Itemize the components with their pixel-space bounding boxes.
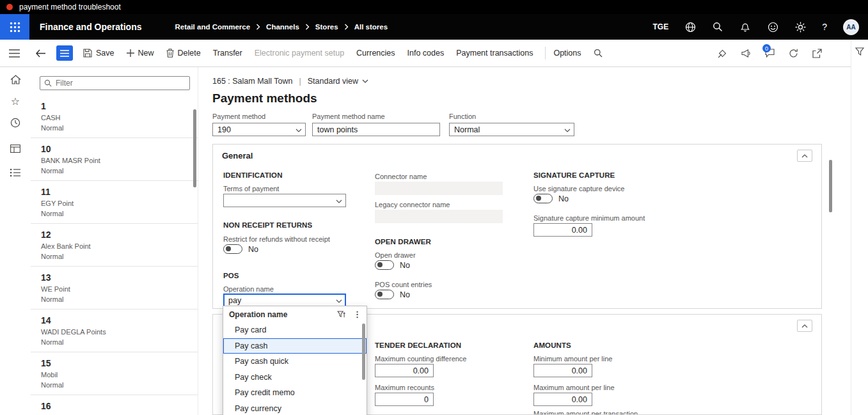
modules-list-icon[interactable] (8, 166, 22, 180)
nav-menu-icon[interactable] (9, 49, 20, 58)
search-icon[interactable] (712, 21, 723, 33)
feedback-smiley-icon[interactable] (767, 21, 778, 33)
open-in-new-window-icon[interactable] (812, 49, 822, 58)
personalize-icon[interactable] (718, 49, 727, 58)
max-recounts-label: Maximum recounts (375, 384, 434, 392)
restrict-refunds-toggle[interactable]: No (223, 244, 258, 254)
general-section: General IDENTIFICATION Terms of payment … (212, 144, 822, 309)
settings-gear-icon[interactable] (794, 21, 806, 33)
command-search-icon[interactable] (594, 49, 603, 58)
max-recounts-input[interactable]: 0 (375, 393, 434, 406)
function-combo[interactable]: Normal (449, 123, 574, 136)
favorites-star-icon[interactable]: ☆ (8, 94, 22, 108)
list-item[interactable]: 13 WE Point Normal (31, 267, 198, 309)
dropdown-option[interactable]: Pay card (223, 322, 367, 338)
save-button[interactable]: Save (83, 49, 114, 58)
filter-sort-icon[interactable] (337, 311, 345, 318)
list-item[interactable]: 16 (31, 395, 198, 415)
app-title[interactable]: Finance and Operations (40, 22, 141, 32)
app-launcher-button[interactable] (0, 14, 29, 40)
chevron-right-icon (305, 24, 310, 30)
filter-pane-icon[interactable] (855, 47, 864, 56)
list-scrollbar[interactable] (193, 109, 196, 187)
terms-of-payment-combo[interactable] (223, 194, 346, 207)
bell-icon[interactable] (739, 21, 751, 33)
record-id: 11 (41, 187, 187, 197)
currencies-button[interactable]: Currencies (356, 49, 395, 58)
list-item[interactable]: 12 Alex Bank Point Normal (31, 224, 198, 267)
list-item[interactable]: 14 WADI DEGLA Points Normal (31, 309, 198, 352)
dropdown-option[interactable]: Pay currency (223, 401, 367, 415)
home-icon[interactable] (8, 72, 22, 86)
signature-min-input[interactable]: 0.00 (533, 223, 592, 237)
payment-transactions-button[interactable]: Payment transactions (456, 49, 533, 58)
back-button[interactable] (35, 49, 46, 58)
general-section-title[interactable]: General (222, 151, 253, 161)
filter-input[interactable] (56, 79, 185, 88)
announcements-icon[interactable] (741, 49, 751, 58)
dropdown-scrollbar[interactable] (362, 324, 365, 380)
recent-clock-icon[interactable] (8, 116, 22, 130)
payment-method-combo[interactable]: 190 (212, 123, 306, 136)
dropdown-option-selected[interactable]: Pay cash (223, 338, 367, 354)
list-item[interactable]: 15 Mobil Normal (31, 352, 198, 395)
max-per-line-label: Maximum amount per line (533, 384, 615, 392)
breadcrumb-channels[interactable]: Channels (266, 23, 299, 31)
payment-method-name-input[interactable]: town points (312, 123, 440, 136)
pos-count-state: No (400, 290, 410, 299)
dropdown-option[interactable]: Pay credit memo (223, 385, 367, 401)
dropdown-option[interactable]: Pay cash quick (223, 354, 367, 370)
toggle-track (375, 260, 394, 270)
second-section-collapse-button[interactable] (797, 320, 812, 332)
payment-transactions-label: Payment transactions (456, 49, 533, 58)
record-id: 16 (41, 401, 187, 411)
filter-search-icon (44, 79, 52, 87)
globe-icon[interactable] (684, 21, 696, 33)
record-type: Normal (41, 253, 187, 261)
max-counting-input[interactable]: 0.00 (375, 364, 434, 377)
list-item[interactable]: 1 CASH Normal (31, 95, 198, 138)
window-title: payment method troubleshoot (19, 3, 121, 12)
dropdown-more-icon[interactable]: ⋮ (353, 309, 361, 319)
list-item[interactable]: 10 BANK MASR Point Normal (31, 138, 198, 181)
toggle-list-pane-button[interactable] (56, 45, 73, 61)
dropdown-option[interactable]: Pay check (223, 370, 367, 386)
view-selector[interactable]: Standard view (308, 77, 368, 86)
transfer-button[interactable]: Transfer (213, 49, 242, 58)
delete-button[interactable]: Delete (166, 49, 201, 58)
legacy-connector-input (375, 210, 503, 223)
breadcrumb-retail-and-commerce[interactable]: Retail and Commerce (175, 23, 250, 31)
signature-capture-heading: SIGNATURE CAPTURE (533, 171, 615, 179)
terms-of-payment-label: Terms of payment (223, 185, 279, 193)
avatar[interactable]: AA (843, 19, 859, 35)
workspaces-icon[interactable] (8, 141, 22, 155)
chevron-down-icon (336, 299, 342, 303)
environment-label[interactable]: TGE (653, 22, 669, 31)
breadcrumb-all-stores[interactable]: All stores (354, 23, 388, 31)
list-filter[interactable] (40, 76, 190, 90)
help-button[interactable]: ? (822, 22, 827, 32)
toggle-track (375, 290, 394, 299)
non-receipt-heading: NON RECEIPT RETURNS (223, 221, 312, 229)
signature-device-toggle[interactable]: No (533, 194, 569, 203)
save-label: Save (96, 49, 114, 58)
operation-name-combo[interactable]: pay (223, 294, 346, 307)
refresh-icon[interactable] (789, 49, 798, 58)
open-drawer-toggle[interactable]: No (375, 260, 410, 270)
list-item[interactable]: 11 EGY Point Normal (31, 181, 198, 224)
breadcrumb-stores[interactable]: Stores (315, 23, 338, 31)
record-name: WE Point (41, 285, 187, 294)
chevron-down-icon (296, 129, 302, 132)
min-per-line-input[interactable]: 0.00 (533, 364, 592, 377)
max-per-line-input[interactable]: 0.00 (533, 393, 592, 406)
save-icon (83, 49, 92, 58)
general-collapse-button[interactable] (797, 150, 812, 162)
options-button[interactable]: Options (553, 49, 581, 58)
max-per-transaction-label: Maximum amount per transaction (533, 410, 638, 415)
main-scrollbar[interactable] (829, 160, 832, 212)
info-codes-button[interactable]: Info codes (407, 49, 445, 58)
chat-icon[interactable]: 0 (765, 49, 775, 58)
recording-indicator-icon (6, 4, 13, 10)
new-button[interactable]: New (127, 49, 154, 58)
pos-count-toggle[interactable]: No (375, 290, 410, 299)
